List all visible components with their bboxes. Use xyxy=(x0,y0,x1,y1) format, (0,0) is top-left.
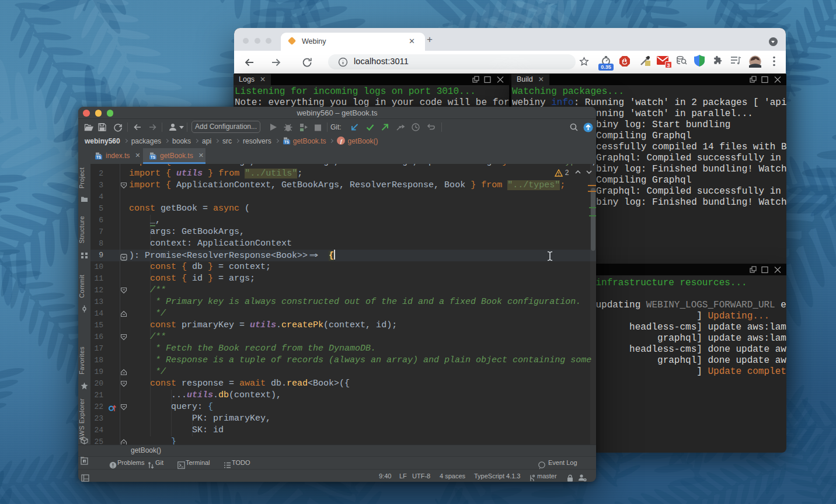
svg-text:TS: TS xyxy=(284,140,290,144)
svg-text:TS: TS xyxy=(151,155,156,159)
svg-text:TS: TS xyxy=(96,155,102,159)
